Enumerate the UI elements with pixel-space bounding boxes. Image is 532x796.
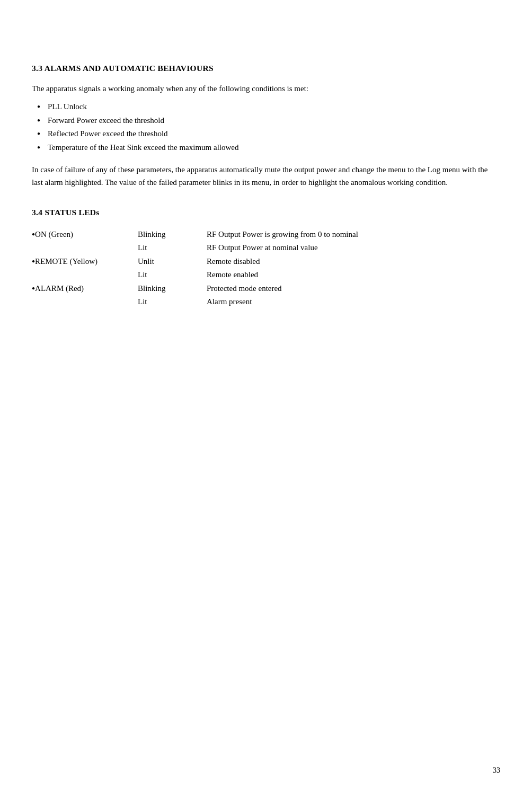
intro-paragraph: The apparatus signals a working anomaly … bbox=[32, 83, 500, 95]
led-name-alarm: ●ALARM (Red) bbox=[32, 282, 138, 296]
led-row-on-lit: Lit RF Output Power at nominal value bbox=[32, 241, 500, 255]
led-state-on-lit: Lit bbox=[138, 241, 207, 255]
led-state-alarm-lit: Lit bbox=[138, 295, 207, 309]
description-paragraph: In case of failure of any of these param… bbox=[32, 164, 500, 189]
led-desc-remote-unlit: Remote disabled bbox=[207, 255, 500, 269]
list-item: Reflected Power exceed the threshold bbox=[37, 127, 500, 141]
led-state-remote-unlit: Unlit bbox=[138, 255, 207, 269]
led-row-alarm-lit: Lit Alarm present bbox=[32, 295, 500, 309]
led-desc-alarm-lit: Alarm present bbox=[207, 295, 500, 309]
led-name-remote-empty bbox=[32, 268, 138, 282]
bullet-icon-alarm: ● bbox=[32, 285, 35, 291]
led-row-remote-lit: Lit Remote enabled bbox=[32, 268, 500, 282]
led-state-on-blinking: Blinking bbox=[138, 228, 207, 242]
led-desc-on-lit: RF Output Power at nominal value bbox=[207, 241, 500, 255]
section-33-heading: 3.3 ALARMS AND AUTOMATIC BEHAVIOURS bbox=[32, 64, 500, 73]
bullet-list: PLL Unlock Forward Power exceed the thre… bbox=[37, 100, 500, 154]
led-state-alarm-blinking: Blinking bbox=[138, 282, 207, 296]
led-name-alarm-empty bbox=[32, 295, 138, 309]
section-34: 3.4 STATUS LEDs ●ON (Green) Blinking RF … bbox=[32, 208, 500, 309]
section-33: 3.3 ALARMS AND AUTOMATIC BEHAVIOURS The … bbox=[32, 64, 500, 189]
led-row-remote-unlit: ●REMOTE (Yellow) Unlit Remote disabled bbox=[32, 255, 500, 269]
led-name-remote: ●REMOTE (Yellow) bbox=[32, 255, 138, 269]
led-name-on-empty bbox=[32, 241, 138, 255]
section-34-heading: 3.4 STATUS LEDs bbox=[32, 208, 500, 217]
list-item: Temperature of the Heat Sink exceed the … bbox=[37, 141, 500, 155]
led-table: ●ON (Green) Blinking RF Output Power is … bbox=[32, 228, 500, 309]
bullet-icon-remote: ● bbox=[32, 258, 35, 264]
page: 3.3 ALARMS AND AUTOMATIC BEHAVIOURS The … bbox=[0, 0, 532, 796]
led-desc-remote-lit: Remote enabled bbox=[207, 268, 500, 282]
page-number: 33 bbox=[493, 766, 500, 775]
led-name-on: ●ON (Green) bbox=[32, 228, 138, 242]
list-item: PLL Unlock bbox=[37, 100, 500, 114]
list-item: Forward Power exceed the threshold bbox=[37, 114, 500, 128]
led-row-on-blinking: ●ON (Green) Blinking RF Output Power is … bbox=[32, 228, 500, 242]
led-state-remote-lit: Lit bbox=[138, 268, 207, 282]
led-row-alarm-blinking: ●ALARM (Red) Blinking Protected mode ent… bbox=[32, 282, 500, 296]
led-desc-on-blinking: RF Output Power is growing from 0 to nom… bbox=[207, 228, 500, 242]
led-desc-alarm-blinking: Protected mode entered bbox=[207, 282, 500, 296]
bullet-icon-on: ● bbox=[32, 231, 35, 237]
